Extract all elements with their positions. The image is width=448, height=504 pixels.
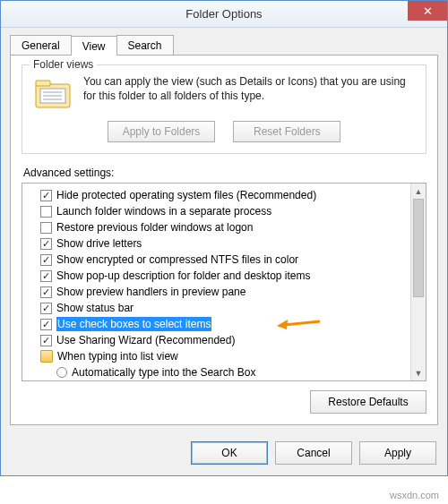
tab-general[interactable]: General [10, 35, 72, 55]
scroll-track[interactable] [411, 199, 426, 365]
apply-button[interactable]: Apply [359, 441, 436, 465]
restore-defaults-button[interactable]: Restore Defaults [310, 390, 426, 414]
watermark: wsxdn.com [390, 490, 439, 500]
scroll-down-icon[interactable]: ▼ [411, 365, 426, 380]
advanced-settings-tree: Hide protected operating system files (R… [22, 183, 426, 381]
item-auto-type-search[interactable]: Automatically type into the Search Box [28, 364, 409, 380]
tree-viewport: Hide protected operating system files (R… [22, 184, 410, 380]
folder-views-group: Folder views You can apply the view (suc… [22, 64, 426, 154]
item-label: Show preview handlers in preview pane [56, 285, 246, 299]
checkbox-icon[interactable] [40, 206, 52, 218]
view-panel: Folder views You can apply the view (suc… [10, 55, 438, 425]
item-label: Restore previous folder windows at logon [56, 220, 253, 235]
item-label: Hide protected operating system files (R… [56, 188, 316, 202]
tree-scrollbar[interactable]: ▲ ▼ [410, 184, 426, 380]
annotation-arrow-icon [275, 316, 322, 330]
checkbox-icon[interactable] [40, 190, 52, 201]
tab-view[interactable]: View [71, 36, 117, 56]
folder-icon [40, 350, 53, 363]
checkbox-icon[interactable] [40, 303, 52, 314]
folder-views-icon [31, 74, 74, 112]
item-label: Launch folder windows in a separate proc… [56, 204, 271, 218]
folder-options-window: Folder Options ✕ General View Search Fol… [0, 0, 448, 476]
item-use-checkboxes[interactable]: Use check boxes to select items [28, 316, 409, 332]
reset-folders-button[interactable]: Reset Folders [233, 121, 340, 142]
folder-views-label: Folder views [30, 58, 97, 71]
item-use-sharing-wizard[interactable]: Use Sharing Wizard (Recommended) [28, 332, 409, 348]
scroll-up-icon[interactable]: ▲ [411, 184, 426, 199]
titlebar: Folder Options ✕ [1, 1, 447, 28]
item-hide-os-files[interactable]: Hide protected operating system files (R… [28, 187, 409, 203]
checkbox-icon[interactable] [40, 222, 52, 234]
cancel-button[interactable]: Cancel [275, 441, 352, 465]
checkbox-icon[interactable] [40, 319, 52, 330]
item-label: Show drive letters [56, 236, 142, 251]
checkbox-icon[interactable] [40, 238, 52, 250]
close-icon[interactable]: ✕ [408, 1, 447, 21]
scroll-thumb[interactable] [413, 199, 424, 297]
advanced-settings-label: Advanced settings: [23, 167, 426, 179]
tab-strip: General View Search [1, 28, 447, 55]
ok-button[interactable]: OK [191, 441, 268, 465]
radio-icon[interactable] [56, 367, 67, 378]
svg-rect-1 [36, 81, 50, 86]
item-label: Show pop-up description for folder and d… [56, 269, 311, 283]
tab-search[interactable]: Search [116, 35, 174, 55]
folder-views-description: You can apply the view (such as Details … [83, 74, 417, 112]
dialog-buttons: OK Cancel Apply [1, 434, 447, 475]
item-show-encrypted-color[interactable]: Show encrypted or compressed NTFS files … [28, 252, 409, 268]
item-label: Automatically type into the Search Box [72, 365, 255, 380]
item-show-popup[interactable]: Show pop-up description for folder and d… [28, 268, 409, 284]
svg-line-6 [284, 321, 320, 325]
item-show-drive-letters[interactable]: Show drive letters [28, 235, 409, 252]
checkbox-icon[interactable] [40, 254, 52, 266]
item-label: Use Sharing Wizard (Recommended) [56, 333, 235, 347]
item-label: Show status bar [56, 301, 134, 315]
item-restore-previous[interactable]: Restore previous folder windows at logon [28, 219, 409, 235]
item-label: Show encrypted or compressed NTFS files … [56, 252, 298, 267]
svg-marker-7 [277, 320, 288, 329]
item-show-status-bar[interactable]: Show status bar [28, 300, 409, 316]
checkbox-icon[interactable] [40, 286, 52, 298]
item-label: When typing into list view [57, 349, 178, 363]
checkbox-icon[interactable] [40, 270, 52, 282]
window-title: Folder Options [185, 7, 262, 21]
item-when-typing[interactable]: When typing into list view [28, 348, 409, 364]
item-label: Use check boxes to select items [56, 317, 211, 331]
checkbox-icon[interactable] [40, 335, 52, 346]
item-show-preview-handlers[interactable]: Show preview handlers in preview pane [28, 284, 409, 300]
item-launch-separate[interactable]: Launch folder windows in a separate proc… [28, 203, 409, 219]
apply-to-folders-button[interactable]: Apply to Folders [108, 121, 216, 142]
